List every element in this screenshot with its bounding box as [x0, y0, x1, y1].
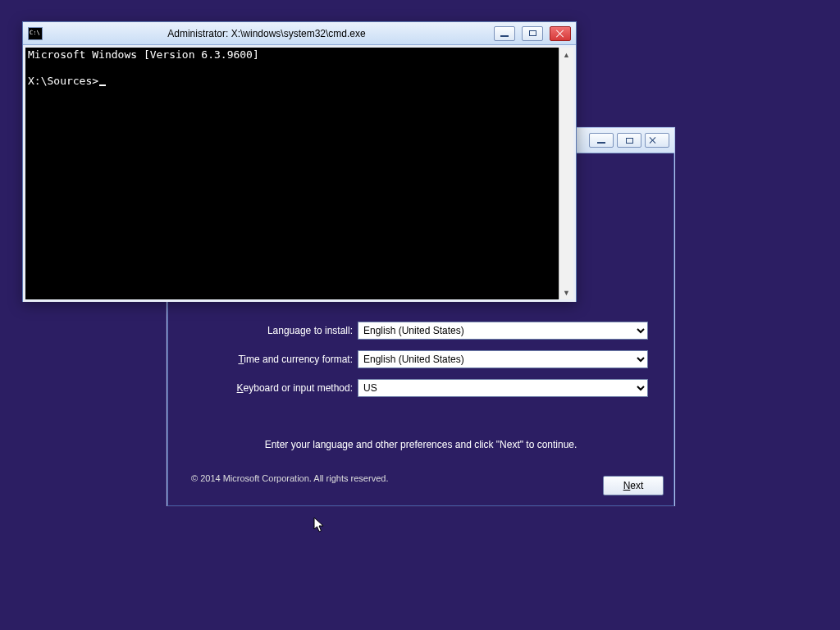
cmd-window[interactable]: Administrator: X:\windows\system32\cmd.e… [22, 21, 577, 302]
setup-minimize-button[interactable] [589, 133, 614, 148]
time-currency-row: Time and currency format: English (Unite… [213, 350, 648, 368]
keyboard-label: Keyboard or input method: [213, 382, 353, 394]
keyboard-row: Keyboard or input method: US [213, 379, 648, 397]
time-currency-label: Time and currency format: [213, 354, 353, 365]
language-select[interactable]: English (United States) [358, 322, 648, 340]
cmd-prompt: X:\Sources> [28, 75, 98, 87]
cmd-title: Administrator: X:\windows\system32\cmd.e… [48, 28, 486, 39]
scroll-up-icon[interactable]: ▲ [559, 48, 573, 62]
cmd-titlebar[interactable]: Administrator: X:\windows\system32\cmd.e… [23, 22, 576, 45]
cmd-output-line1: Microsoft Windows [Version 6.3.9600] [28, 48, 259, 61]
setup-copyright-text: © 2014 Microsoft Corporation. All rights… [191, 473, 388, 483]
cmd-icon [28, 27, 43, 40]
setup-maximize-button[interactable] [617, 133, 641, 148]
scroll-down-icon[interactable]: ▼ [559, 285, 573, 299]
setup-close-button[interactable] [645, 133, 669, 148]
setup-hint-text: Enter your language and other preference… [168, 439, 673, 450]
cmd-console[interactable]: Microsoft Windows [Version 6.3.9600] X:\… [25, 48, 559, 299]
language-label: Language to install: [213, 325, 353, 336]
cmd-scrollbar[interactable]: ▲ ▼ [559, 48, 573, 299]
cmd-maximize-button[interactable] [522, 26, 543, 41]
time-currency-select[interactable]: English (United States) [358, 350, 648, 368]
cmd-client-area: Microsoft Windows [Version 6.3.9600] X:\… [23, 45, 576, 302]
cmd-cursor-icon [99, 84, 106, 86]
cmd-minimize-button[interactable] [494, 26, 515, 41]
keyboard-select[interactable]: US [358, 379, 648, 397]
language-row: Language to install: English (United Sta… [213, 322, 648, 340]
cmd-close-button[interactable] [550, 26, 571, 41]
next-button[interactable]: Next [603, 476, 664, 495]
